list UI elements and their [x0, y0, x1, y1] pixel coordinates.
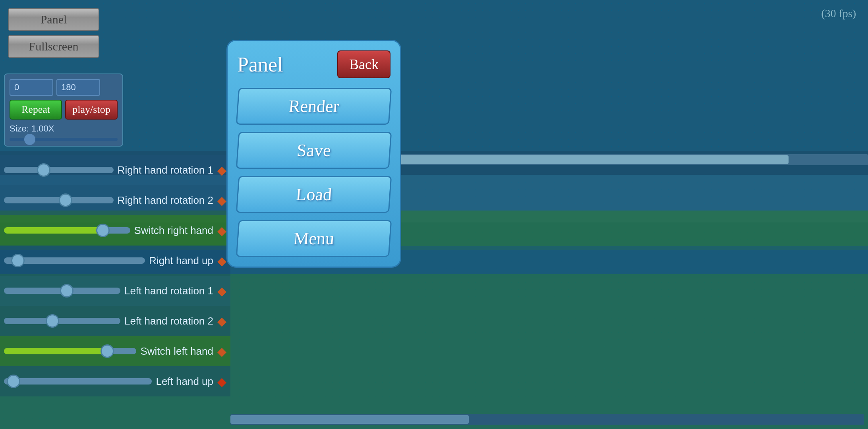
slider-thumb[interactable] [60, 284, 73, 298]
panel-header: Panel Back [237, 50, 391, 78]
slider-thumb[interactable] [46, 314, 59, 328]
slider-row: Left hand rotation 2 ◆ [0, 306, 230, 336]
anim-end-input[interactable] [56, 79, 100, 96]
anim-start-input[interactable] [10, 79, 53, 96]
fullscreen-button[interactable]: Fullscreen [8, 35, 99, 58]
menu-button[interactable]: Menu [236, 220, 392, 257]
diamond-icon: ◆ [217, 163, 226, 177]
slider-row: Right hand rotation 2 ◆ [0, 185, 230, 215]
anim-range-row [10, 79, 118, 96]
anim-buttons-row: Repeat play/stop [10, 100, 118, 120]
diamond-icon: ◆ [217, 193, 226, 207]
slider-track[interactable] [4, 227, 130, 234]
slider-label: Right hand rotation 1 [118, 164, 213, 176]
panel-modal-title: Panel [237, 53, 283, 76]
diamond-icon: ◆ [217, 254, 226, 268]
diamond-icon: ◆ [217, 224, 226, 238]
diamond-icon: ◆ [217, 344, 226, 358]
slider-label: Switch left hand [140, 345, 213, 358]
render-button[interactable]: Render [236, 88, 392, 125]
slider-thumb[interactable] [37, 163, 50, 177]
slider-label: Switch right hand [134, 224, 213, 237]
size-label: Size: 1.00X [10, 124, 118, 134]
slider-row: Right hand rotation 1 ◆ [0, 155, 230, 185]
slider-track[interactable] [4, 288, 120, 294]
slider-track[interactable] [4, 167, 114, 173]
animation-controls: Repeat play/stop Size: 1.00X [4, 73, 123, 147]
panel-button[interactable]: Panel [8, 8, 99, 31]
slider-thumb[interactable] [7, 375, 20, 388]
diamond-icon: ◆ [217, 314, 226, 328]
slider-track[interactable] [4, 348, 136, 354]
save-button[interactable]: Save [236, 132, 392, 169]
size-slider[interactable] [10, 138, 118, 141]
left-panel: Panel Fullscreen [8, 8, 99, 58]
slider-row: Right hand up ◆ [0, 245, 230, 276]
slider-label: Left hand rotation 2 [124, 315, 213, 327]
back-button[interactable]: Back [337, 50, 391, 78]
load-button[interactable]: Load [236, 176, 392, 213]
slider-track[interactable] [4, 257, 145, 264]
slider-thumb[interactable] [59, 193, 72, 207]
repeat-button[interactable]: Repeat [10, 100, 62, 120]
slider-thumb[interactable] [11, 254, 25, 267]
slider-row: Left hand up ◆ [0, 366, 230, 396]
slider-row: Switch right hand ◆ [0, 215, 230, 245]
panel-modal: Panel Back Render Save Load Menu [226, 40, 401, 268]
slider-track[interactable] [4, 197, 114, 203]
slider-thumb[interactable] [101, 344, 114, 358]
slider-row: Switch left hand ◆ [0, 336, 230, 366]
bottom-scrollbar-thumb[interactable] [230, 415, 469, 424]
slider-label: Left hand up [156, 375, 213, 388]
diamond-icon: ◆ [217, 375, 226, 388]
slider-thumb[interactable] [96, 224, 110, 237]
sliders-section: Right hand rotation 1 ◆ Right hand rotat… [0, 155, 230, 396]
slider-label: Right hand rotation 2 [118, 194, 213, 207]
slider-row: Left hand rotation 1 ◆ [0, 276, 230, 306]
diamond-icon: ◆ [217, 284, 226, 298]
playstop-button[interactable]: play/stop [65, 100, 118, 120]
bottom-scrollbar[interactable] [230, 414, 864, 425]
fps-counter: (30 fps) [821, 7, 856, 20]
slider-label: Right hand up [149, 255, 213, 267]
slider-track[interactable] [4, 378, 152, 385]
slider-label: Left hand rotation 1 [124, 285, 213, 297]
slider-track[interactable] [4, 318, 120, 324]
